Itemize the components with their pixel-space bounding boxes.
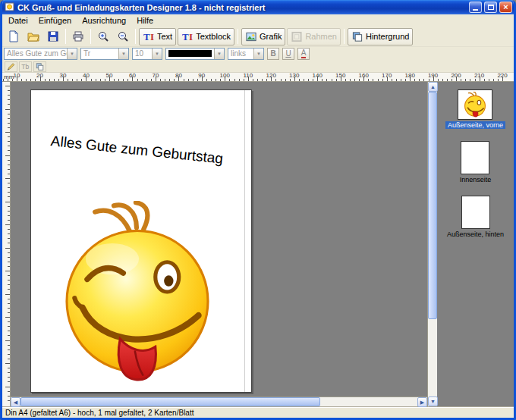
print-button[interactable] (68, 28, 88, 45)
textblock-button-label: Textblock (196, 32, 231, 41)
dropdown-arrow-icon[interactable]: ▼ (152, 49, 162, 59)
thumbnail-back-label: Außenseite, hinten (445, 230, 506, 238)
color-swatch (168, 50, 212, 57)
maximize-icon (488, 5, 494, 10)
scroll-down-button[interactable]: ▼ (428, 396, 438, 406)
font-color-combo[interactable]: ▼ (165, 48, 225, 60)
alignment-combo[interactable]: links ▼ (228, 48, 264, 60)
open-folder-icon (27, 30, 39, 42)
card-text-combo[interactable]: Alles Gute zum Geburtst ▼ (4, 48, 77, 60)
save-button[interactable] (43, 28, 63, 45)
toolbar-separator (65, 29, 66, 44)
menu-ausrichtung[interactable]: Ausrichtung (77, 15, 131, 26)
picture-icon (245, 31, 257, 42)
font-size-combo[interactable]: 10 ▼ (132, 48, 162, 60)
scroll-right-button[interactable]: ▶ (417, 397, 427, 407)
save-floppy-icon (47, 30, 59, 42)
background-icon (351, 31, 363, 42)
smiley-thumbnail-icon (461, 92, 489, 118)
layers-tool-button[interactable] (33, 61, 46, 72)
svg-text:I: I (150, 31, 154, 42)
thumbnail-inside-preview (461, 141, 489, 174)
scroll-up-button[interactable]: ▲ (428, 82, 438, 92)
secondary-toolbar: Tb (2, 61, 514, 73)
card-page[interactable]: Alles Gute zum Geburtstag (30, 89, 252, 393)
page-thumbnails-panel: Außenseite, vorne Innenseite Außenseite,… (437, 82, 514, 406)
thumbnail-front-preview (458, 89, 492, 120)
horizontal-scroll-thumb[interactable] (20, 397, 320, 406)
menu-hilfe[interactable]: Hilfe (131, 15, 159, 26)
printer-icon (72, 30, 84, 42)
pen-tool-button[interactable] (5, 61, 17, 72)
zoom-in-button[interactable] (93, 28, 113, 45)
vertical-scrollbar[interactable]: ▲ ▼ (427, 82, 437, 406)
thumbnail-inside-label: Innenseite (458, 176, 494, 183)
textblock-button[interactable]: TI Textblock (178, 28, 234, 45)
alignment-combo-value: links (228, 49, 253, 58)
grafik-button-label: Grafik (260, 32, 282, 41)
grafik-button[interactable]: Grafik (241, 28, 285, 45)
hintergrund-button[interactable]: Hintergrund (348, 28, 413, 45)
card-text-combo-value: Alles Gute zum Geburtst (5, 49, 67, 58)
zoom-out-icon (117, 30, 129, 42)
font-combo[interactable]: Tr ▼ (80, 48, 129, 60)
ruler-vertical (2, 82, 11, 406)
font-color-button[interactable]: A (297, 48, 310, 60)
hintergrund-button-label: Hintergrund (366, 32, 409, 41)
format-toolbar: Alles Gute zum Geburtst ▼ Tr ▼ 10 ▼ ▼ li… (2, 47, 514, 61)
thumbnail-back[interactable]: Außenseite, hinten (445, 196, 506, 238)
vertical-scroll-thumb[interactable] (428, 92, 437, 319)
statusbar: Din A4 (gefaltet A6) - hoch, 1 mal gefal… (2, 406, 514, 418)
dropdown-arrow-icon[interactable]: ▼ (118, 49, 128, 59)
text-button-label: Text (157, 32, 172, 41)
toolbar-separator (238, 29, 238, 44)
menu-einfuegen[interactable]: Einfügen (33, 15, 77, 26)
close-icon: × (503, 3, 508, 11)
zoom-out-button[interactable] (113, 28, 133, 45)
main-area: Alles Gute zum Geburtstag (2, 82, 514, 406)
textfield-tool-button[interactable]: Tb (19, 61, 32, 72)
ruler-horizontal: mm 1020304050607080901001101201301401501… (2, 73, 514, 82)
layers-tool-icon (35, 62, 45, 71)
horizontal-scrollbar[interactable]: ◀ ▶ (11, 396, 427, 406)
pen-tool-icon (6, 62, 16, 71)
svg-text:Tb: Tb (21, 63, 29, 71)
frame-icon (291, 31, 303, 42)
scroll-left-button[interactable]: ◀ (11, 397, 20, 407)
textfield-tool-icon: Tb (20, 62, 30, 71)
thumbnail-back-preview (461, 196, 490, 229)
open-button[interactable] (24, 28, 43, 45)
text-ti-icon: TI (143, 31, 155, 42)
font-color-icon: A (301, 49, 307, 58)
underline-icon: U (285, 49, 291, 58)
rahmen-button[interactable]: Rahmen (287, 28, 341, 45)
underline-button[interactable]: U (282, 48, 294, 60)
svg-text:T: T (143, 31, 150, 42)
maximize-button[interactable] (484, 2, 497, 13)
app-window: CK Gruß- und Einladungskarten Designer 1… (0, 0, 516, 420)
dropdown-arrow-icon[interactable]: ▼ (67, 49, 77, 59)
design-canvas[interactable]: Alles Gute zum Geburtstag (11, 82, 427, 396)
smiley-graphic[interactable] (43, 201, 231, 383)
new-button[interactable] (4, 28, 24, 45)
card-headline[interactable]: Alles Gute zum Geburtstag (50, 133, 224, 168)
thumbnail-inside[interactable]: Innenseite (458, 141, 494, 183)
titlebar[interactable]: CK Gruß- und Einladungskarten Designer 1… (2, 0, 514, 14)
close-button[interactable]: × (499, 2, 512, 13)
thumbnail-front[interactable]: Außenseite, vorne (445, 89, 505, 129)
minimize-icon (473, 9, 478, 11)
dropdown-arrow-icon[interactable]: ▼ (214, 49, 224, 59)
bold-button[interactable]: B (267, 48, 279, 60)
menubar: Datei Einfügen Ausrichtung Hilfe (2, 14, 514, 27)
ruler-ticks: 1020304050607080901001101201301401501601… (2, 73, 514, 81)
minimize-button[interactable] (469, 2, 482, 13)
menu-datei[interactable]: Datei (3, 15, 33, 26)
toolbar-separator (135, 29, 136, 44)
textblock-ti-icon: TI (181, 31, 194, 42)
toolbar-separator (90, 29, 91, 44)
new-document-icon (8, 30, 20, 42)
dropdown-arrow-icon[interactable]: ▼ (253, 49, 263, 59)
text-button[interactable]: TI Text (139, 28, 176, 45)
rahmen-button-label: Rahmen (305, 32, 337, 41)
toolbar-separator (344, 29, 345, 44)
